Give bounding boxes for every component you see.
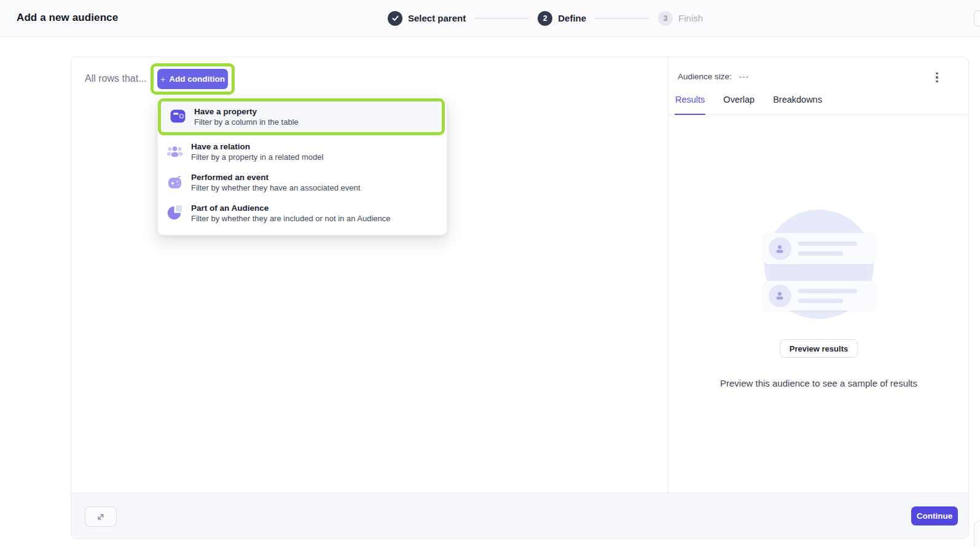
menu-item-subtitle: Filter by a property in a related model	[191, 152, 323, 162]
menu-item-subtitle: Filter by whether they are included or n…	[191, 213, 390, 224]
add-condition-label: Add condition	[169, 74, 225, 84]
empty-results-illustration	[668, 210, 969, 320]
tab-overlap[interactable]: Overlap	[723, 95, 755, 114]
step-active-circle: 2	[538, 11, 552, 26]
all-rows-label: All rows that...	[85, 73, 146, 84]
stepper-connector	[595, 18, 649, 19]
stepper: Select parent 2 Define 3 Finish	[388, 0, 703, 36]
results-pane: Audience size: --- Results Overlap Break…	[668, 57, 969, 494]
preview-results-button[interactable]: Preview results	[780, 339, 858, 358]
event-icon	[167, 173, 183, 192]
stepper-step-finish: 3 Finish	[658, 11, 703, 26]
menu-item-have-a-property[interactable]: Have a property Filter by a column in th…	[161, 101, 442, 132]
audience-builder-card: All rows that... + Add condition	[71, 57, 969, 539]
stepper-connector	[474, 18, 529, 19]
step-label-finish: Finish	[678, 13, 703, 23]
audience-size-value: ---	[739, 72, 750, 81]
menu-item-title: Performed an event	[191, 172, 360, 183]
audience-size-row: Audience size: ---	[678, 72, 749, 81]
menu-item-title: Have a relation	[191, 141, 323, 152]
page-title: Add a new audience	[17, 12, 118, 24]
kebab-menu-icon[interactable]	[930, 69, 944, 86]
step-upcoming-circle: 3	[658, 11, 673, 26]
cropped-edge-element	[974, 521, 980, 547]
user-avatar-icon	[769, 285, 791, 307]
property-icon	[170, 108, 186, 127]
tab-breakdowns[interactable]: Breakdowns	[772, 95, 823, 114]
expand-icon	[96, 512, 106, 522]
illustration-row-placeholder	[770, 266, 868, 280]
audience-icon	[167, 204, 183, 223]
illustration-result-row	[762, 281, 876, 310]
stepper-step-select-parent: Select parent	[388, 11, 466, 26]
expand-button[interactable]	[85, 506, 117, 527]
step-label-select-parent: Select parent	[408, 13, 466, 23]
card-footer: Continue	[71, 493, 968, 538]
continue-button[interactable]: Continue	[911, 506, 958, 525]
menu-item-have-a-relation[interactable]: Have a relation Filter by a property in …	[158, 136, 447, 167]
step-complete-circle	[388, 11, 402, 26]
user-avatar-icon	[769, 237, 791, 260]
check-icon	[391, 14, 399, 22]
cropped-edge-element	[974, 10, 980, 26]
app-header: Add a new audience Select parent 2 Defin…	[0, 0, 980, 37]
menu-item-title: Part of an Audience	[191, 203, 390, 213]
add-condition-button[interactable]: + Add condition	[157, 69, 228, 89]
menu-item-subtitle: Filter by a column in the table	[194, 117, 299, 127]
menu-item-subtitle: Filter by whether they have an associate…	[191, 183, 360, 193]
menu-item-part-of-an-audience[interactable]: Part of an Audience Filter by whether th…	[158, 198, 447, 229]
illustration-result-row	[762, 233, 876, 264]
annotation-highlight-have-a-property: Have a property Filter by a column in th…	[158, 98, 445, 135]
menu-item-performed-an-event[interactable]: Performed an event Filter by whether the…	[158, 167, 447, 198]
preview-hint-text: Preview this audience to see a sample of…	[668, 378, 969, 388]
results-tabs: Results Overlap Breakdowns	[668, 95, 969, 115]
stepper-step-define: 2 Define	[538, 11, 586, 26]
audience-size-label: Audience size:	[678, 72, 732, 81]
annotation-highlight-add-condition: + Add condition	[151, 63, 235, 95]
condition-type-menu: Have a property Filter by a column in th…	[157, 98, 447, 235]
relation-icon	[167, 143, 183, 162]
tab-results[interactable]: Results	[675, 95, 705, 114]
step-label-define: Define	[558, 13, 586, 23]
menu-item-title: Have a property	[194, 106, 299, 117]
plus-icon: +	[160, 74, 165, 84]
